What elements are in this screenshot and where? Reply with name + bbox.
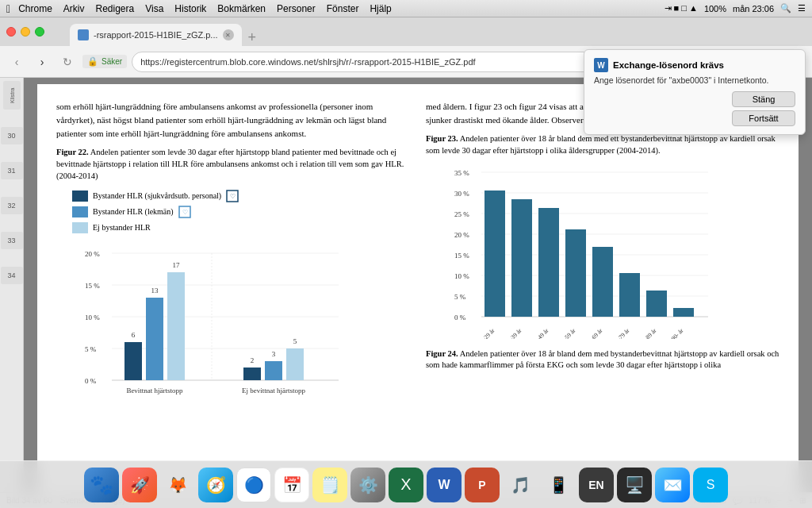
svg-text:6: 6 (132, 331, 136, 339)
svg-text:15 %: 15 % (85, 282, 100, 290)
fig22-svg: 20 % 15 % 10 % 5 % 0 % (85, 242, 354, 401)
svg-text:25 %: 25 % (454, 210, 469, 218)
menubar-icons: ⇥ ■ □ ▲ (665, 3, 698, 13)
dock-excel[interactable]: X (389, 468, 423, 502)
new-tab-button[interactable]: + (248, 29, 257, 46)
dock-notes[interactable]: 🗒️ (312, 468, 347, 502)
bar-age-7 (646, 291, 667, 317)
bar-g2-v3 (286, 348, 304, 380)
svg-text:3: 3 (272, 350, 276, 358)
popover-close-button[interactable]: Stäng (732, 91, 795, 107)
svg-text:2: 2 (251, 356, 255, 364)
dock-launchpad[interactable]: 🚀 (122, 468, 157, 502)
menu-fonstret[interactable]: Fönster (327, 3, 359, 14)
battery-status: 100% (704, 4, 726, 13)
popover-buttons: Stäng Fortsätt (594, 91, 795, 126)
legend-color-3 (72, 222, 88, 233)
dock-word[interactable]: W (427, 468, 462, 502)
sidebar-bookmark-item[interactable]: Klistra (3, 81, 21, 110)
svg-text:19-29 år: 19-29 år (477, 327, 496, 339)
legend-label-2: Bystander HLR (lekmän) (93, 206, 174, 218)
dock-itunes[interactable]: 🎵 (503, 468, 538, 502)
svg-text:35 %: 35 % (454, 169, 469, 177)
legend-label-3: Ej bystander HLR (93, 221, 151, 234)
tab-title: -rsrapport-2015-H1BIE_zGZ.p... (94, 30, 218, 40)
maximize-window-button[interactable] (35, 27, 44, 37)
fig23-chart: 35 % 30 % 25 % 20 % 15 % 10 % 5 % 0 % (454, 164, 779, 343)
tab-close-button[interactable]: ✕ (223, 29, 234, 40)
svg-text:13: 13 (151, 287, 159, 294)
pdf-columns: som erhöll hjärt-lungräddning före ambul… (56, 100, 779, 405)
dock-lang[interactable]: EN (579, 468, 614, 502)
legend-item-3: Ej bystander HLR (72, 221, 410, 234)
fig23-svg: 35 % 30 % 25 % 20 % 15 % 10 % 5 % 0 % (454, 164, 724, 339)
svg-text:10 %: 10 % (454, 272, 469, 280)
active-tab[interactable]: -rsrapport-2015-H1BIE_zGZ.p... ✕ (70, 24, 242, 46)
fig22-chart: 20 % 15 % 10 % 5 % 0 % (85, 242, 410, 405)
pdf-page: som erhöll hjärt-lungräddning före ambul… (37, 84, 799, 492)
menu-hjalp[interactable]: Hjälp (370, 3, 391, 14)
menu-redigera[interactable]: Redigera (95, 3, 134, 14)
word-icon: W (594, 58, 608, 72)
svg-text:40-49 år: 40-49 år (530, 327, 550, 339)
dock-finder[interactable]: 🐾 (84, 468, 119, 502)
dock: 🐾 🚀 🦊 🧭 🔵 📅 🗒️ ⚙️ X W P 🎵 📱 EN 🖥️ ✉️ S (0, 460, 812, 508)
sidebar-num-32: 32 (1, 197, 23, 214)
menu-historik[interactable]: Historik (174, 3, 206, 14)
bar-g2-v1 (243, 368, 261, 380)
sidebar-num-34: 34 (1, 267, 23, 284)
forward-button[interactable]: › (32, 52, 52, 72)
dock-accessibility[interactable]: 🖥️ (617, 468, 652, 502)
popover-title: W Exchange-lösenord krävs (594, 58, 795, 72)
dock-system-prefs[interactable]: ⚙️ (350, 468, 385, 502)
menu-bokmarken[interactable]: Bokmärken (217, 3, 266, 14)
dock-chrome[interactable]: 🔵 (236, 468, 271, 502)
minimize-window-button[interactable] (21, 27, 30, 37)
dock-skype[interactable]: S (693, 468, 728, 502)
close-window-button[interactable] (6, 27, 16, 37)
svg-text:17: 17 (173, 261, 181, 269)
svg-text:Ej bevittnat hjärtstopp: Ej bevittnat hjärtstopp (242, 387, 305, 394)
svg-text:90- år: 90- år (670, 327, 685, 339)
legend-color-1 (72, 190, 88, 202)
sidebar-num-31: 31 (1, 162, 23, 179)
fig22-caption-bold: Figur 22. (56, 148, 89, 156)
bar-g1-v1 (124, 342, 142, 380)
fig24-caption-bold: Figur 24. (426, 349, 458, 358)
left-column: som erhöll hjärt-lungräddning före ambul… (56, 100, 410, 405)
menu-chrome[interactable]: Chrome (18, 3, 52, 14)
menu-personer[interactable]: Personer (277, 3, 316, 14)
dock-powerpoint[interactable]: P (465, 468, 500, 502)
svg-text:15 %: 15 % (454, 252, 469, 260)
apple-menu[interactable]:  (6, 2, 10, 15)
menu-visa[interactable]: Visa (145, 3, 163, 14)
security-indicator: 🔒 Säker (82, 55, 127, 68)
menu-arkiv[interactable]: Arkiv (63, 3, 85, 14)
refresh-button[interactable]: ↻ (57, 52, 78, 72)
dock-safari[interactable]: 🧭 (198, 468, 233, 502)
control-center-icon[interactable]: ☰ (798, 3, 806, 13)
dock-mail[interactable]: ✉️ (655, 468, 690, 502)
left-sidebar: Klistra 30 31 32 33 34 (0, 78, 24, 492)
search-icon[interactable]: 🔍 (780, 3, 791, 13)
popover-body-text: Ange lösenordet för "axbe0003" i Interne… (594, 75, 795, 85)
back-button[interactable]: ‹ (6, 52, 27, 72)
dock-firefox[interactable]: 🦊 (160, 468, 195, 502)
svg-text:30-39 år: 30-39 år (504, 327, 523, 339)
svg-text:0 %: 0 % (454, 314, 466, 321)
legend-item-2: Bystander HLR (lekmän) ♡ (72, 206, 410, 218)
right-column: med åldern. I figur 23 och figur 24 visa… (426, 100, 779, 405)
legend-icon-1: ♡ (226, 190, 239, 202)
dock-iphone[interactable]: 📱 (541, 468, 576, 502)
dock-calendar[interactable]: 📅 (274, 468, 309, 502)
svg-text:20 %: 20 % (85, 250, 100, 258)
svg-text:5: 5 (293, 337, 297, 345)
svg-text:20 %: 20 % (454, 231, 469, 239)
menu-bar:  Chrome Arkiv Redigera Visa Historik Bo… (0, 0, 812, 17)
fig23-caption: Figur 23. Andelen patienter över 18 år b… (426, 133, 779, 156)
pdf-area: som erhöll hjärt-lungräddning före ambul… (24, 78, 812, 492)
main-content: Klistra 30 31 32 33 34 som erhöll hjärt-… (0, 78, 812, 492)
sidebar-num-33: 33 (1, 232, 23, 249)
popover-continue-button[interactable]: Fortsätt (732, 110, 795, 126)
legend-item-1: Bystander HLR (sjukvårdsutb. personal) ♡ (72, 190, 410, 202)
